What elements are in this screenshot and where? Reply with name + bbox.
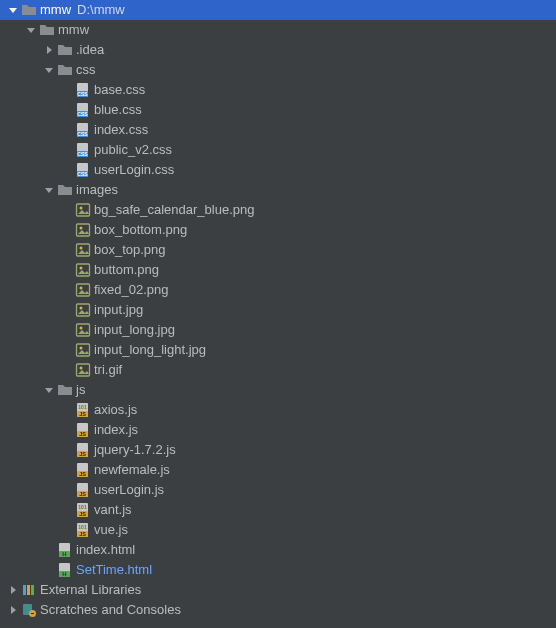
js101-icon (74, 502, 92, 518)
folder-idea[interactable]: .idea (0, 40, 556, 60)
chevron-right-icon[interactable] (6, 585, 20, 595)
folder-icon (56, 42, 74, 58)
file-index-html[interactable]: index.html (0, 540, 556, 560)
js101-icon (74, 522, 92, 538)
chevron-down-icon[interactable] (42, 385, 56, 395)
file-jquery[interactable]: jquery-1.7.2.js (0, 440, 556, 460)
libraries-icon (20, 582, 38, 598)
tree-item-label: userLogin.js (92, 480, 164, 500)
tree-item-label: axios.js (92, 400, 137, 420)
file-tri[interactable]: tri.gif (0, 360, 556, 380)
tree-item-label: newfemale.js (92, 460, 170, 480)
file-vant[interactable]: vant.js (0, 500, 556, 520)
tree-item-label: userLogin.css (92, 160, 174, 180)
folder-icon (56, 62, 74, 78)
tree-item-label: fixed_02.png (92, 280, 168, 300)
js-icon (74, 462, 92, 478)
tree-item-label: blue.css (92, 100, 142, 120)
external-libraries[interactable]: External Libraries (0, 580, 556, 600)
file-input-long-light[interactable]: input_long_light.jpg (0, 340, 556, 360)
image-icon (74, 322, 92, 338)
tree-item-label: buttom.png (92, 260, 159, 280)
folder-css[interactable]: css (0, 60, 556, 80)
tree-item-label: .idea (74, 40, 104, 60)
tree-item-label: input_long_light.jpg (92, 340, 206, 360)
chevron-down-icon[interactable] (42, 185, 56, 195)
file-input[interactable]: input.jpg (0, 300, 556, 320)
image-icon (74, 342, 92, 358)
chevron-down-icon[interactable] (6, 5, 20, 15)
file-settime-html[interactable]: SetTime.html (0, 560, 556, 580)
file-public-v2-css[interactable]: public_v2.css (0, 140, 556, 160)
tree-item-label: public_v2.css (92, 140, 172, 160)
tree-item-label: input_long.jpg (92, 320, 175, 340)
css-icon (74, 162, 92, 178)
css-icon (74, 142, 92, 158)
folder-icon (56, 182, 74, 198)
js101-icon (74, 402, 92, 418)
tree-item-label: index.html (74, 540, 135, 560)
tree-item-label: vant.js (92, 500, 132, 520)
chevron-down-icon[interactable] (24, 25, 38, 35)
folder-js[interactable]: js (0, 380, 556, 400)
chevron-right-icon[interactable] (6, 605, 20, 615)
css-icon (74, 82, 92, 98)
file-index-css[interactable]: index.css (0, 120, 556, 140)
tree-item-label: bg_safe_calendar_blue.png (92, 200, 254, 220)
html-icon (56, 542, 74, 558)
image-icon (74, 222, 92, 238)
folder-icon (38, 22, 56, 38)
tree-item-label: mmw (56, 20, 89, 40)
file-buttom[interactable]: buttom.png (0, 260, 556, 280)
file-userlogin-css[interactable]: userLogin.css (0, 160, 556, 180)
css-icon (74, 102, 92, 118)
tree-item-label: index.js (92, 420, 138, 440)
file-bg-safe[interactable]: bg_safe_calendar_blue.png (0, 200, 556, 220)
project-tree[interactable]: mmwD:\mmwmmw.ideacssbase.cssblue.cssinde… (0, 0, 556, 620)
js-icon (74, 482, 92, 498)
tree-item-label: mmw (38, 0, 71, 20)
project-root[interactable]: mmwD:\mmw (0, 0, 556, 20)
scratches-and-consoles[interactable]: Scratches and Consoles (0, 600, 556, 620)
file-axios[interactable]: axios.js (0, 400, 556, 420)
tree-item-label: base.css (92, 80, 145, 100)
chevron-down-icon[interactable] (42, 65, 56, 75)
file-index-js[interactable]: index.js (0, 420, 556, 440)
tree-item-label: images (74, 180, 118, 200)
tree-item-label: Scratches and Consoles (38, 600, 181, 620)
file-vue[interactable]: vue.js (0, 520, 556, 540)
tree-item-label: SetTime.html (74, 560, 152, 580)
tree-item-label: css (74, 60, 96, 80)
folder-icon (20, 2, 38, 18)
file-box-bottom[interactable]: box_bottom.png (0, 220, 556, 240)
tree-item-label: index.css (92, 120, 148, 140)
image-icon (74, 262, 92, 278)
scratches-icon (20, 602, 38, 618)
file-base-css[interactable]: base.css (0, 80, 556, 100)
image-icon (74, 202, 92, 218)
image-icon (74, 242, 92, 258)
file-newfemale[interactable]: newfemale.js (0, 460, 556, 480)
file-userlogin-js[interactable]: userLogin.js (0, 480, 556, 500)
file-blue-css[interactable]: blue.css (0, 100, 556, 120)
folder-images[interactable]: images (0, 180, 556, 200)
image-icon (74, 362, 92, 378)
image-icon (74, 282, 92, 298)
tree-item-label: box_top.png (92, 240, 166, 260)
css-icon (74, 122, 92, 138)
tree-item-label: External Libraries (38, 580, 141, 600)
tree-item-label: js (74, 380, 85, 400)
chevron-right-icon[interactable] (42, 45, 56, 55)
folder-icon (56, 382, 74, 398)
folder-mmw[interactable]: mmw (0, 20, 556, 40)
file-input-long[interactable]: input_long.jpg (0, 320, 556, 340)
file-fixed-02[interactable]: fixed_02.png (0, 280, 556, 300)
js-icon (74, 442, 92, 458)
image-icon (74, 302, 92, 318)
tree-item-label: jquery-1.7.2.js (92, 440, 176, 460)
js-icon (74, 422, 92, 438)
tree-item-label: tri.gif (92, 360, 122, 380)
html-icon (56, 562, 74, 578)
file-box-top[interactable]: box_top.png (0, 240, 556, 260)
tree-item-label: vue.js (92, 520, 128, 540)
